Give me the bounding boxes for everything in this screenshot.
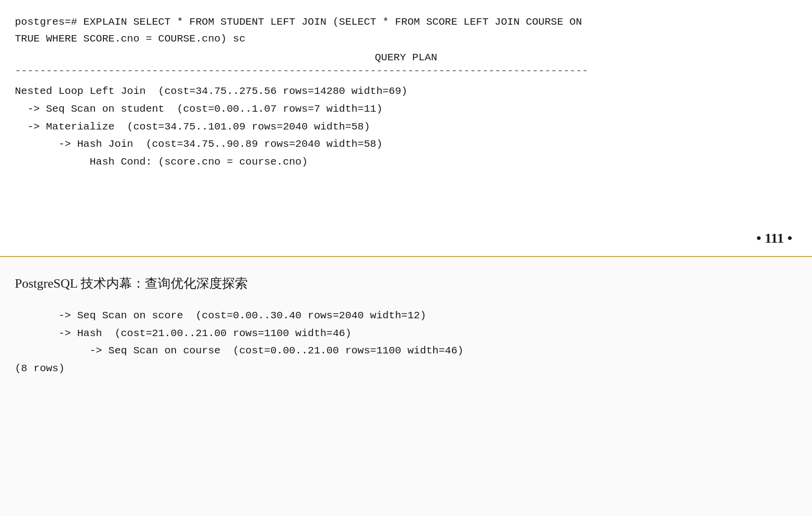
plan-line-0: Nested Loop Left Join (cost=34.75..275.5… — [15, 83, 797, 100]
query-plan-header: QUERY PLAN — [15, 52, 797, 63]
book-title: PostgreSQL 技术内幕：查询优化深度探索 — [15, 275, 797, 292]
top-panel: postgres=# EXPLAIN SELECT * FROM STUDENT… — [0, 0, 812, 257]
sql-line-2: TRUE WHERE SCORE.cno = COURSE.cno) sc — [15, 31, 797, 47]
bottom-panel: PostgreSQL 技术内幕：查询优化深度探索 -> Seq Scan on … — [0, 257, 812, 516]
plan-line-4: Hash Cond: (score.cno = course.cno) — [15, 153, 797, 171]
continuation-lines: -> Seq Scan on score (cost=0.00..30.40 r… — [15, 307, 797, 378]
cont-line-1: -> Hash (cost=21.00..21.00 rows=1100 wid… — [15, 325, 797, 343]
page-number: • 111 • — [756, 230, 792, 246]
cont-line-2: -> Seq Scan on course (cost=0.00..21.00 … — [15, 342, 797, 360]
plan-lines-container: Nested Loop Left Join (cost=34.75..275.5… — [15, 83, 797, 171]
plan-line-1: -> Seq Scan on student (cost=0.00..1.07 … — [15, 100, 797, 118]
plan-line-2: -> Materialize (cost=34.75..101.09 rows=… — [15, 118, 797, 136]
cont-line-0: -> Seq Scan on score (cost=0.00..30.40 r… — [15, 307, 797, 325]
divider-line: ----------------------------------------… — [15, 65, 797, 77]
sql-line-1: postgres=# EXPLAIN SELECT * FROM STUDENT… — [15, 14, 797, 31]
plan-line-3: -> Hash Join (cost=34.75..90.89 rows=204… — [15, 135, 797, 153]
cont-line-3: (8 rows) — [15, 360, 797, 378]
